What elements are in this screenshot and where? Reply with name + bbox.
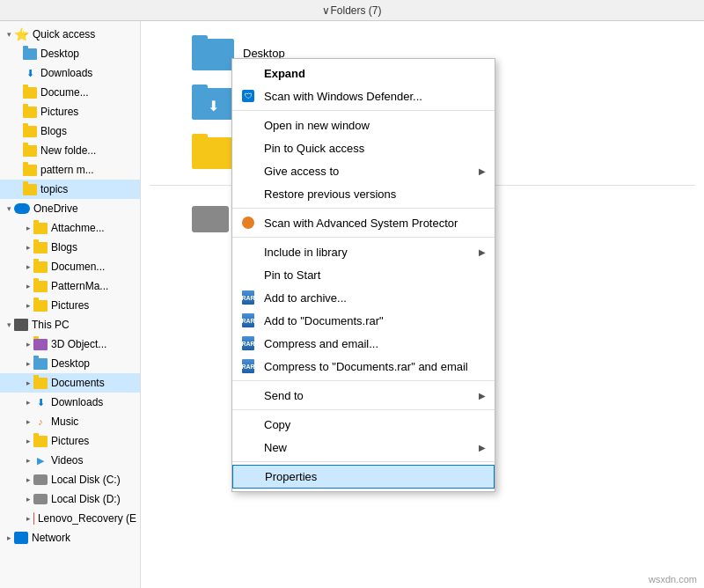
sidebar-item-attachments-od[interactable]: Attachme...	[0, 218, 140, 238]
ctx-include-library-arrow: ▶	[479, 247, 486, 257]
thispc-label: This PC	[32, 319, 70, 331]
sidebar-item-downloads-qa[interactable]: ⬇ Downloads	[0, 63, 140, 83]
ctx-pin-quick[interactable]: Pin to Quick access	[232, 136, 495, 159]
ctx-pin-quick-label: Pin to Quick access	[264, 142, 364, 155]
quickaccess-label: Quick access	[33, 28, 95, 40]
sidebar-section-thispc[interactable]: This PC	[0, 315, 140, 334]
ctx-sep-6	[232, 461, 495, 462]
folder-icon-attach	[33, 222, 48, 234]
sidebar: ⭐ Quick access Desktop ⬇ Downloads Docum…	[0, 21, 141, 588]
folder-icon-pattern-qa	[23, 164, 37, 176]
ctx-pin-start-label: Pin to Start	[264, 268, 320, 282]
sidebar-item-videos-pc[interactable]: ▶ Videos	[0, 451, 140, 470]
sidebar-item-desktop-qa[interactable]: Desktop	[0, 44, 140, 63]
docs-pc-arrow	[23, 379, 33, 387]
pics-arrow	[23, 301, 33, 310]
sidebar-label-blogs-od: Blogs	[51, 241, 77, 254]
ctx-pin-start[interactable]: Pin to Start	[232, 263, 495, 286]
large-folder-desktop-icon	[192, 35, 234, 70]
rar-add-archive-icon: RAR	[241, 290, 255, 305]
sidebar-label-diskd: Local Disk (D:)	[51, 493, 121, 505]
chevron-icon: ∨	[322, 4, 330, 17]
pc-icon	[14, 319, 28, 331]
onedrive-arrow	[4, 204, 14, 213]
sidebar-item-pictures-qa[interactable]: Pictures	[0, 102, 140, 121]
vids-arrow	[23, 456, 33, 465]
ctx-scan-asp[interactable]: Scan with Advanced System Protector	[232, 211, 495, 234]
ctx-give-access[interactable]: Give access to ▶	[232, 159, 495, 182]
sidebar-item-documents-pc[interactable]: Documents	[0, 373, 140, 393]
sidebar-item-blogs-qa[interactable]: Blogs	[0, 121, 140, 141]
ctx-include-library[interactable]: Include in library ▶	[232, 240, 495, 263]
folder-icon-topics-qa	[23, 183, 37, 195]
sidebar-label-docs-pc: Documents	[51, 377, 105, 389]
sidebar-section-quickaccess[interactable]: ⭐ Quick access	[0, 25, 140, 44]
3d-arrow	[23, 340, 33, 349]
ctx-sendto-label: Send to	[264, 389, 304, 402]
sidebar-label-docs-od: Documen...	[51, 261, 105, 273]
ctx-sendto[interactable]: Send to ▶	[232, 384, 495, 407]
sidebar-item-docs-od[interactable]: Documen...	[0, 257, 140, 276]
folder-icon-docs-od	[33, 261, 48, 273]
sidebar-item-patternmaker-od[interactable]: PatternMa...	[0, 276, 140, 296]
sidebar-label-newfolder-qa: New folde...	[40, 144, 96, 157]
sidebar-item-blogs-od[interactable]: Blogs	[0, 238, 140, 257]
ctx-scan-defender[interactable]: 🛡 Scan with Windows Defender...	[232, 85, 495, 107]
asp-icon	[241, 216, 255, 230]
context-menu: Expand 🛡 Scan with Windows Defender... O…	[231, 58, 495, 492]
sidebar-label-pictures-od: Pictures	[51, 299, 89, 312]
ctx-add-archive-label: Add to archive...	[264, 291, 347, 305]
sidebar-item-pictures-pc[interactable]: Pictures	[0, 431, 140, 451]
sidebar-section-network[interactable]: Network	[0, 528, 140, 548]
sidebar-item-downloads-pc[interactable]: ⬇ Downloads	[0, 393, 140, 412]
sidebar-item-diskc[interactable]: Local Disk (C:)	[0, 470, 140, 489]
ctx-compress-email-label: Compress and email...	[264, 337, 378, 350]
sidebar-item-pictures-od[interactable]: Pictures	[0, 296, 140, 315]
ctx-add-archive[interactable]: RAR Add to archive...	[232, 286, 495, 309]
sidebar-item-pattern-qa[interactable]: pattern m...	[0, 160, 140, 180]
ctx-compress-rar-email[interactable]: RAR Compress to "Documents.rar" and emai…	[232, 355, 495, 378]
folder-icon-blogs-od	[33, 241, 48, 254]
music-arrow	[23, 417, 33, 426]
ctx-open-window[interactable]: Open in new window	[232, 114, 495, 136]
ctx-properties[interactable]: Properties	[232, 465, 495, 489]
ctx-new-arrow: ▶	[479, 443, 486, 452]
folder-icon-pics-qa	[23, 106, 37, 118]
sidebar-label-recovery: Lenovo_Recovery (E	[38, 512, 136, 525]
sidebar-item-desktop-pc[interactable]: Desktop	[0, 354, 140, 373]
sidebar-section-onedrive[interactable]: OneDrive	[0, 199, 140, 218]
sidebar-item-newfolder-qa[interactable]: New folde...	[0, 141, 140, 160]
rar-compress-icon: RAR	[241, 336, 255, 350]
sidebar-item-diskd[interactable]: Local Disk (D:)	[0, 489, 140, 509]
sidebar-item-topics-qa[interactable]: topics	[0, 180, 140, 199]
sidebar-label-pictures-pc: Pictures	[51, 435, 89, 447]
sidebar-label-topics-qa: topics	[40, 183, 68, 195]
sidebar-label-3d: 3D Object...	[51, 338, 106, 350]
sidebar-item-documents-qa[interactable]: Docume...	[0, 83, 140, 102]
sidebar-item-3dobjects[interactable]: 3D Object...	[0, 334, 140, 354]
sidebar-item-music-pc[interactable]: ♪ Music	[0, 412, 140, 431]
sidebar-item-recovery[interactable]: Lenovo_Recovery (E	[0, 509, 140, 528]
ctx-expand[interactable]: Expand	[232, 62, 495, 85]
ctx-sendto-arrow: ▶	[479, 391, 486, 401]
recovery-icon	[33, 512, 34, 525]
ctx-restore-label: Restore previous versions	[264, 187, 396, 201]
ctx-restore[interactable]: Restore previous versions	[232, 182, 495, 205]
ctx-add-docrar[interactable]: RAR Add to "Documents.rar"	[232, 309, 495, 332]
watermark: wsxdn.com	[649, 574, 697, 584]
defender-icon: 🛡	[241, 89, 255, 103]
disk-d-large-icon	[192, 206, 229, 232]
rar-compress2-icon: RAR	[241, 359, 255, 373]
folder-icon-pics-od	[33, 299, 48, 312]
sidebar-label-desktop-pc: Desktop	[51, 357, 90, 370]
ctx-copy[interactable]: Copy	[232, 413, 495, 436]
sidebar-label-pattern-qa: pattern m...	[40, 164, 94, 176]
folder-icon-3d	[33, 338, 48, 350]
ctx-new[interactable]: New ▶	[232, 436, 495, 459]
recovery-arrow	[23, 514, 33, 523]
ctx-scan-asp-label: Scan with Advanced System Protector	[264, 217, 458, 230]
folder-icon-blogs-qa	[23, 125, 37, 137]
ctx-compress-email[interactable]: RAR Compress and email...	[232, 332, 495, 355]
sidebar-label-documents-qa: Docume...	[40, 86, 89, 99]
folder-icon-pics-pc	[33, 435, 48, 447]
